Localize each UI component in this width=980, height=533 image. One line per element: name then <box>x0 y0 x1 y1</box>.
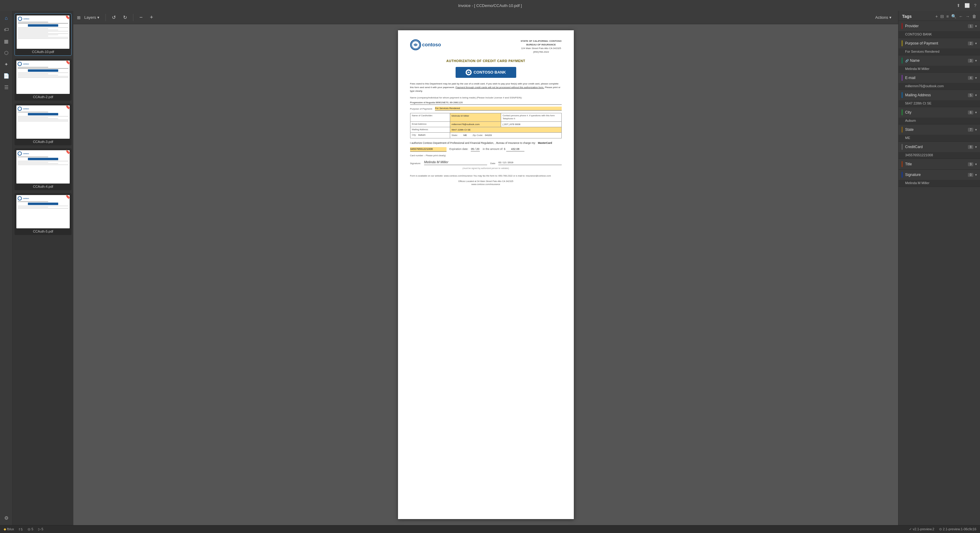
forward-tag-icon[interactable]: → <box>966 14 970 19</box>
tag-expand-title[interactable]: ▾ <box>975 162 977 166</box>
doc-header-right: STATE OF CALIFORNIA: CONTOSO BUREAU OF I… <box>520 40 562 54</box>
tag-expand-email[interactable]: ▾ <box>975 76 977 80</box>
tag-color-signature <box>902 172 903 178</box>
search-tag-icon[interactable]: 🔍 <box>951 14 956 19</box>
version-info: ✓ v2.1-preview.2 <box>909 527 934 531</box>
fblux-icon: ◆ <box>4 527 6 531</box>
tag-badge-name: 3 <box>968 59 973 63</box>
tag-name-purpose: Purpose of Payment <box>905 41 968 45</box>
doc-header: contoso STATE OF CALIFORNIA: CONTOSO BUR… <box>410 40 562 54</box>
thumb-bookmark-ccauth4: 🔖 <box>65 150 70 154</box>
thumbnail-ccauth3[interactable]: contoso 🔖 CCAuth-3.pdf <box>14 103 72 145</box>
tag-row-provider[interactable]: Provider 1 ▾ <box>899 21 980 31</box>
tag-row-purpose[interactable]: Purpose of Payment 2 ▾ <box>899 38 980 48</box>
tag-row-email[interactable]: E-mail 4 ▾ <box>899 73 980 83</box>
thumb-bookmark-ccauth3: 🔖 <box>65 105 70 109</box>
tag-expand-city[interactable]: ▾ <box>975 111 977 114</box>
sidebar-item-settings[interactable]: ⚙ <box>2 513 11 523</box>
filter-tag-icon[interactable]: ⊟ <box>940 14 944 19</box>
delete-tag-icon[interactable]: 🗑 <box>972 14 976 19</box>
thumb-img-ccauth10: contoso <box>17 16 69 49</box>
tag-name-signature: Signature <box>905 173 968 177</box>
zip-label: Zip Code: <box>473 134 483 136</box>
doc-page: contoso STATE OF CALIFORNIA: CONTOSO BUR… <box>398 30 574 519</box>
contact-label: Contact persons phone #. if questions wi… <box>501 113 562 121</box>
tag-row-signature[interactable]: Signature 0 ▾ <box>899 170 980 180</box>
tag-expand-purpose[interactable]: ▾ <box>975 41 977 45</box>
help-icon[interactable]: ? <box>974 3 976 8</box>
tag-row-title[interactable]: Title 9 ▾ <box>899 159 980 169</box>
thumbnail-ccauth5[interactable]: contoso 🔖 CCAuth-5.pdf <box>14 193 72 235</box>
date-label: Date <box>490 162 495 165</box>
purpose-label: Purpose of Payment: <box>410 107 433 111</box>
sidebar-item-bulb[interactable]: ✦ <box>2 59 11 69</box>
authorize-text: I authorize Contoso Department of Profes… <box>410 141 562 145</box>
tag-color-mailing <box>902 92 903 98</box>
build-icon: ⊙ <box>939 527 942 531</box>
tag-color-city <box>902 109 903 116</box>
toolbar-separator-1 <box>105 14 106 21</box>
toolbar-layers-group: ⊞ Layers ▾ <box>77 14 102 21</box>
tag-expand-state[interactable]: ▾ <box>975 128 977 132</box>
tags-header-icons: + ⊟ ≡ 🔍 ← → 🗑 <box>935 14 976 19</box>
layers-button[interactable]: Layers ▾ <box>82 14 102 21</box>
tag-row-creditcard[interactable]: CreditCard 8 ▾ <box>899 142 980 152</box>
zoom-out-button[interactable]: − <box>137 13 145 22</box>
tag-name-city: City <box>905 110 968 114</box>
tag-value-city: Auburn <box>899 117 980 124</box>
name-field-row: Progressive of Augusta 88901NE70, 89-288… <box>410 101 562 105</box>
date-value: 02 / 12 / 2019 <box>498 161 513 164</box>
tag-expand-provider[interactable]: ▾ <box>975 24 977 28</box>
doc-title: AUTHORIZATION OF CREDIT CARD PAYMENT <box>410 59 562 63</box>
bank-logo-box: CONTOSO BANK <box>456 67 516 78</box>
app-body: ⌂ 🏷 ▦ ⬡ ✦ 📄 ☰ ⚙ contoso <box>0 11 980 525</box>
doc-viewer[interactable]: contoso STATE OF CALIFORNIA: CONTOSO BUR… <box>73 24 898 525</box>
tag-value-creditcard: 345576551221008 <box>899 152 980 159</box>
tag-expand-mailing[interactable]: ▾ <box>975 93 977 97</box>
tablet-icon[interactable]: ⬜ <box>964 3 970 8</box>
actions-button[interactable]: Actions ▾ <box>872 14 894 21</box>
sidebar-item-home[interactable]: ⌂ <box>2 13 11 23</box>
sidebar-item-list[interactable]: ☰ <box>2 82 11 92</box>
redo-button[interactable]: ↻ <box>121 13 129 22</box>
contact-value: ( 207 ) 876 9008 <box>501 121 562 127</box>
zoom-in-button[interactable]: + <box>148 13 156 22</box>
zoom-in-icon: + <box>150 14 153 21</box>
tag-row-state[interactable]: State 7 ▾ <box>899 124 980 135</box>
sidebar-item-tags[interactable]: 🏷 <box>2 25 11 35</box>
toolbar-separator-2 <box>133 14 134 21</box>
list-tag-icon[interactable]: ≡ <box>947 14 949 19</box>
cardholder-label: Name of Cardholder: <box>410 113 450 121</box>
tag-expand-name[interactable]: ▾ <box>975 59 977 63</box>
thumb-label-ccauth4: CCAuth-4.pdf <box>16 185 70 188</box>
thumbnail-ccauth4[interactable]: contoso 🔖 CCAuth-4.pdf <box>14 148 72 190</box>
back-tag-icon[interactable]: ← <box>959 14 963 19</box>
share-icon[interactable]: ⬆ <box>957 3 960 8</box>
add-tag-icon[interactable]: + <box>935 14 938 19</box>
tags-title: Tags <box>902 14 912 19</box>
tag-expand-creditcard[interactable]: ▾ <box>975 145 977 149</box>
app-name: ◆ fblux <box>4 527 14 531</box>
tag-row-city[interactable]: City 6 ▾ <box>899 107 980 117</box>
build-info: ⊙ 2.1-preview.1-06c9c16 <box>939 527 976 531</box>
status-bar: ◆ fblux f 5 ◎ 5 ▷ 5 ✓ v2.1-preview.2 ⊙ 2… <box>0 525 980 533</box>
tag-row-mailing[interactable]: Mailing Address 5 ▾ <box>899 90 980 100</box>
tag-row-name[interactable]: 🔗 Name 3 ▾ <box>899 56 980 66</box>
thumb-mini-doc-ccauth3: contoso <box>16 105 70 139</box>
amount-value: 432.08 <box>506 147 524 151</box>
tag-name-creditcard: CreditCard <box>905 145 968 149</box>
cardholder-table: Name of Cardholder: Melinda M Miller Con… <box>410 113 562 138</box>
thumb-img-ccauth5: contoso <box>16 195 70 228</box>
thumbnail-ccauth2[interactable]: contoso 🔖 CCAuth-2.pdf <box>14 59 72 100</box>
tag-item-creditcard: CreditCard 8 ▾ 345576551221008 <box>899 142 980 159</box>
undo-button[interactable]: ↺ <box>110 13 118 22</box>
sidebar-item-document[interactable]: 📄 <box>2 71 11 81</box>
thumbnail-ccauth10[interactable]: contoso 🔖 CCAuth-10.pdf <box>14 13 72 56</box>
sidebar-item-connector[interactable]: ⬡ <box>2 48 11 57</box>
card-num-value: 345576551221008 <box>410 147 447 152</box>
thumb-label-ccauth3: CCAuth-3.pdf <box>16 140 70 144</box>
mailing-label: Mailing Address: <box>410 127 450 133</box>
sidebar-item-layers[interactable]: ▦ <box>2 36 11 46</box>
window-title: Invoice - [ CCDemo/CCAuth-10.pdf ] <box>458 3 522 8</box>
tag-expand-signature[interactable]: ▾ <box>975 173 977 177</box>
